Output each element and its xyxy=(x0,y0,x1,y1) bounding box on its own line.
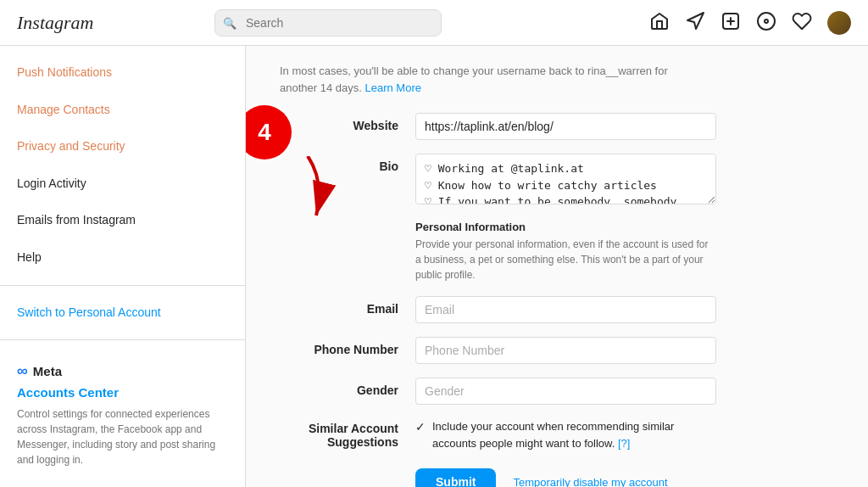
gender-input[interactable] xyxy=(415,378,716,405)
sidebar-item-manage-contacts[interactable]: Manage Contacts xyxy=(0,92,245,129)
similar-account-text-content: Include your account when recommending s… xyxy=(432,420,674,450)
phone-input-container xyxy=(415,337,716,364)
gender-input-container xyxy=(415,378,716,405)
similar-account-row: Similar Account Suggestions ✓ Include yo… xyxy=(280,418,834,451)
similar-account-content: ✓ Include your account when recommending… xyxy=(415,418,716,451)
sidebar-item-login-activity[interactable]: Login Activity xyxy=(0,165,245,203)
sidebar-divider xyxy=(0,285,245,286)
phone-input[interactable] xyxy=(415,337,716,364)
meta-logo-container: ∞ Meta xyxy=(17,362,228,380)
annotation-number: 4 xyxy=(258,119,271,146)
user-avatar[interactable] xyxy=(827,11,851,35)
instagram-logo: Instagram xyxy=(17,12,93,34)
info-text: In most cases, you'll be able to change … xyxy=(280,63,704,96)
search-input[interactable] xyxy=(214,9,442,36)
layout: Push Notifications Manage Contacts Priva… xyxy=(0,46,868,487)
submit-button[interactable]: Submit xyxy=(415,468,496,487)
similar-account-text: Include your account when recommending s… xyxy=(432,418,716,451)
header-nav xyxy=(649,11,851,35)
meta-logo-text: Meta xyxy=(33,364,62,378)
heart-icon[interactable] xyxy=(792,11,812,34)
bio-row: Bio ♡ Working at @taplink.at ♡ Know how … xyxy=(280,154,834,207)
explore-icon[interactable] xyxy=(685,11,705,34)
header: Instagram 🔍 xyxy=(0,0,868,46)
similar-account-label: Similar Account Suggestions xyxy=(280,418,415,449)
search-icon: 🔍 xyxy=(223,16,236,29)
search-container: 🔍 xyxy=(214,9,442,36)
sidebar-item-emails[interactable]: Emails from Instagram xyxy=(0,202,245,239)
email-row: Email xyxy=(280,296,834,323)
phone-label: Phone Number xyxy=(280,337,415,356)
meta-logo-icon: ∞ xyxy=(17,362,28,380)
svg-marker-0 xyxy=(687,13,704,29)
website-input-container xyxy=(415,113,716,140)
create-icon[interactable] xyxy=(721,11,741,34)
personal-info-title: Personal Information xyxy=(415,221,716,233)
svg-point-5 xyxy=(765,20,768,23)
button-row: Submit Temporarily disable my account xyxy=(280,468,834,487)
main-content: In most cases, you'll be able to change … xyxy=(246,46,868,487)
website-label: Website xyxy=(280,113,415,132)
sidebar-meta-section: ∞ Meta Accounts Center Control settings … xyxy=(0,349,245,481)
info-text-content: In most cases, you'll be able to change … xyxy=(280,64,668,94)
svg-point-4 xyxy=(758,13,775,30)
disable-account-link[interactable]: Temporarily disable my account xyxy=(513,476,667,488)
gender-row: Gender xyxy=(280,378,834,405)
sidebar-item-privacy-security[interactable]: Privacy and Security xyxy=(0,128,245,165)
personal-info-content: Personal Information Provide your person… xyxy=(415,221,716,283)
home-icon[interactable] xyxy=(649,11,670,34)
compass-icon[interactable] xyxy=(756,11,776,34)
sidebar-item-push-notifications[interactable]: Push Notifications xyxy=(0,54,245,92)
website-input[interactable] xyxy=(415,113,716,140)
learn-more-link[interactable]: Learn More xyxy=(364,81,420,94)
email-input-container xyxy=(415,296,716,323)
phone-row: Phone Number xyxy=(280,337,834,364)
email-label: Email xyxy=(280,296,415,316)
website-row: Website xyxy=(280,113,834,140)
gender-label: Gender xyxy=(280,378,415,397)
bio-input-container: ♡ Working at @taplink.at ♡ Know how to w… xyxy=(415,154,716,207)
meta-description: Control settings for connected experienc… xyxy=(17,406,228,467)
similar-account-help-link[interactable]: [?] xyxy=(618,437,630,450)
sidebar-item-help[interactable]: Help xyxy=(0,239,245,277)
annotation-container: In most cases, you'll be able to change … xyxy=(280,63,834,487)
similar-account-label-text: Similar Account Suggestions xyxy=(309,422,398,449)
email-input[interactable] xyxy=(415,296,716,323)
personal-info-desc: Provide your personal information, even … xyxy=(415,237,716,283)
personal-info-section: Personal Information Provide your person… xyxy=(280,221,834,283)
checkmark-icon: ✓ xyxy=(415,420,426,434)
bio-textarea[interactable]: ♡ Working at @taplink.at ♡ Know how to w… xyxy=(415,154,716,204)
sidebar-item-switch-account[interactable]: Switch to Personal Account xyxy=(0,294,245,332)
sidebar-divider-2 xyxy=(0,339,245,340)
sidebar: Push Notifications Manage Contacts Priva… xyxy=(0,46,246,487)
accounts-center-link[interactable]: Accounts Center xyxy=(17,385,228,400)
annotation-arrow xyxy=(287,156,337,227)
